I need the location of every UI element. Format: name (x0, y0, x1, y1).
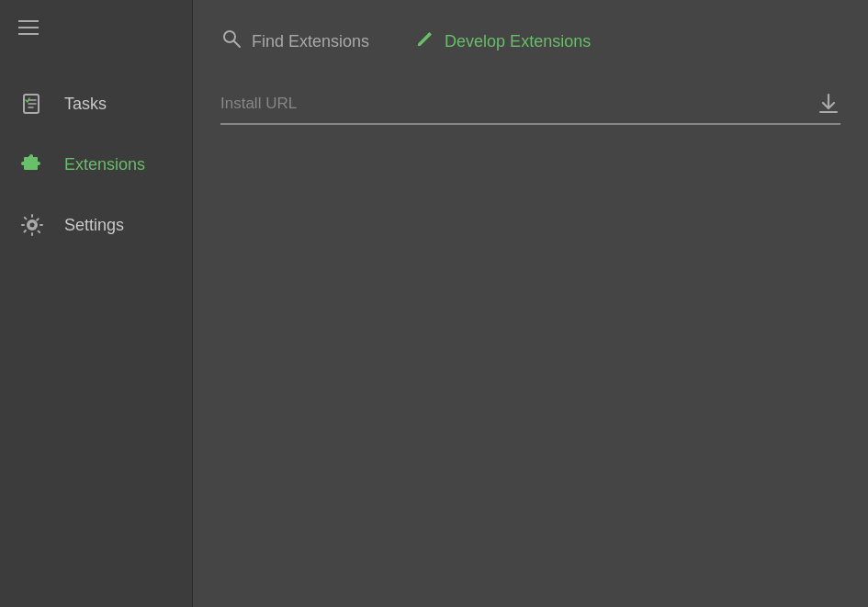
content-area (193, 83, 868, 607)
sidebar-item-tasks-label: Tasks (64, 95, 107, 114)
url-bar-row (220, 92, 840, 125)
sidebar-item-settings[interactable]: Settings (0, 195, 192, 255)
settings-icon (18, 211, 46, 239)
sidebar-item-extensions[interactable]: Extensions (0, 134, 192, 195)
tab-develop-extensions-label: Develop Extensions (445, 32, 591, 51)
search-icon (220, 28, 242, 55)
svg-line-4 (234, 41, 241, 48)
sidebar: Tasks Extensions Settings (0, 0, 193, 607)
sidebar-item-extensions-label: Extensions (64, 155, 145, 174)
tab-find-extensions-label: Find Extensions (252, 32, 369, 51)
svg-point-1 (29, 222, 36, 229)
tab-develop-extensions[interactable]: Develop Extensions (415, 21, 591, 62)
pencil-icon (415, 28, 435, 54)
main-content: Find Extensions Develop Extensions (193, 0, 868, 607)
sidebar-item-settings-label: Settings (64, 216, 124, 235)
hamburger-line-3 (18, 33, 39, 35)
topbar: Find Extensions Develop Extensions (193, 0, 868, 83)
hamburger-line-1 (18, 20, 39, 22)
sidebar-item-tasks[interactable]: Tasks (0, 73, 192, 134)
hamburger-line-2 (18, 27, 39, 28)
install-url-input[interactable] (220, 95, 807, 113)
tasks-icon (18, 90, 46, 118)
tab-find-extensions[interactable]: Find Extensions (220, 20, 369, 62)
sidebar-nav: Tasks Extensions Settings (0, 55, 192, 607)
sidebar-header (0, 0, 192, 55)
install-download-button[interactable] (817, 92, 840, 116)
extensions-icon (18, 151, 46, 178)
hamburger-menu-button[interactable] (18, 20, 39, 35)
